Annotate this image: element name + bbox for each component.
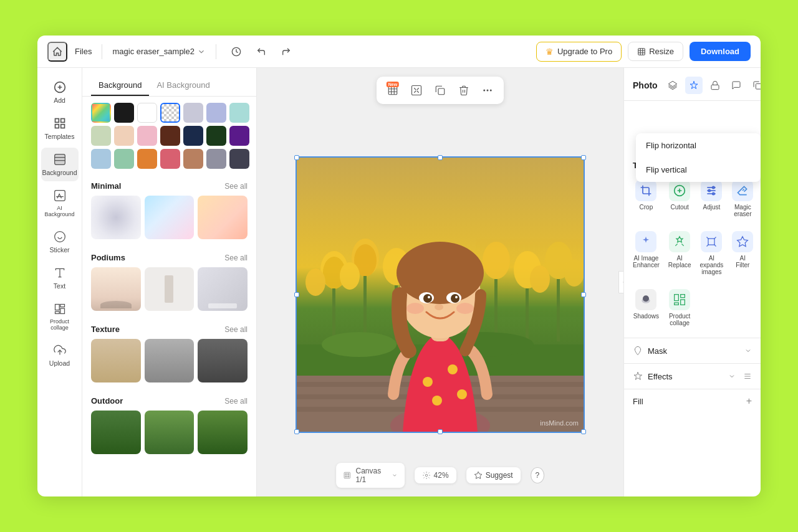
tool-adjust[interactable]: Adjust: [698, 175, 726, 222]
swatch-gray[interactable]: [183, 103, 203, 123]
resize-handle-ml[interactable]: [294, 292, 299, 297]
svg-point-81: [426, 474, 428, 477]
files-link[interactable]: Files: [75, 47, 92, 56]
swatch-transparent[interactable]: [160, 103, 180, 123]
undo-button[interactable]: [251, 42, 271, 62]
swatch-white[interactable]: [137, 103, 157, 123]
minimal-grid: [82, 193, 256, 247]
upgrade-button[interactable]: ♛ Upgrade to Pro: [536, 42, 622, 62]
history-button[interactable]: [226, 42, 246, 62]
thumb-texture-3[interactable]: [198, 339, 248, 382]
delete-button[interactable]: [454, 80, 474, 100]
swatch-black[interactable]: [114, 103, 134, 123]
tool-ai-expands-images[interactable]: AI expands images: [698, 226, 726, 280]
resize-handle-tr[interactable]: [581, 155, 586, 160]
tool-cutout[interactable]: Cutout: [666, 175, 694, 222]
sidebar-item-background[interactable]: Background: [41, 148, 79, 181]
magic-edit-icon[interactable]: [685, 77, 703, 94]
swatch-navy[interactable]: [183, 126, 203, 146]
swatch-dark-green[interactable]: [206, 126, 226, 146]
image-frame[interactable]: insMind.com: [296, 156, 585, 433]
sidebar-item-templates[interactable]: Templates: [41, 112, 79, 145]
fit-screen-button[interactable]: [406, 80, 426, 100]
swatch-orange[interactable]: [137, 149, 157, 169]
effects-accordion-header[interactable]: Effects: [624, 364, 761, 389]
resize-handle-bl[interactable]: [294, 429, 299, 434]
download-button[interactable]: Download: [690, 42, 751, 61]
svg-rect-45: [557, 279, 560, 341]
thumb-podium-3[interactable]: [198, 267, 248, 311]
filename-display[interactable]: magic eraser_sample2: [112, 47, 206, 56]
swatch-rainbow[interactable]: [91, 103, 111, 123]
swatch-medium-gray[interactable]: [206, 149, 226, 169]
swatch-purple[interactable]: [229, 126, 249, 146]
more-options-button[interactable]: [478, 80, 498, 100]
swatch-blue-light[interactable]: [91, 149, 111, 169]
thumb-minimal-3[interactable]: [198, 196, 248, 239]
swatch-peach[interactable]: [114, 126, 134, 146]
panel-collapse[interactable]: [618, 271, 623, 293]
sidebar-item-ai-background[interactable]: AI Background: [41, 184, 79, 222]
tool-product-collage[interactable]: Product collage: [666, 284, 694, 331]
thumb-outdoor-1[interactable]: [91, 411, 141, 454]
swatch-tan[interactable]: [183, 149, 203, 169]
resize-button[interactable]: Resize: [628, 42, 683, 61]
thumb-minimal-1[interactable]: [91, 196, 141, 239]
thumb-outdoor-3[interactable]: [198, 411, 248, 454]
comment-icon[interactable]: [728, 77, 745, 94]
canvas-info[interactable]: Canvas 1/1: [336, 463, 405, 488]
swatch-dark-gray[interactable]: [229, 149, 249, 169]
duplicate-button[interactable]: [430, 80, 450, 100]
tab-ai-background[interactable]: AI Background: [149, 75, 217, 96]
swatch-rose[interactable]: [160, 149, 180, 169]
canvas-main: insMind.com: [257, 68, 623, 496]
swatch-mint[interactable]: [114, 149, 134, 169]
tool-crop[interactable]: Crop: [630, 175, 662, 222]
ai-expands-icon: [701, 231, 722, 252]
layers-icon[interactable]: [664, 77, 681, 94]
tool-ai-filter[interactable]: AI Filter: [729, 226, 756, 280]
flip-horizontal-item[interactable]: Flip horizontal: [636, 133, 761, 158]
tool-magic-eraser[interactable]: Magic eraser: [729, 175, 756, 222]
tool-shadows[interactable]: Shadows: [630, 284, 662, 331]
help-button[interactable]: ?: [531, 467, 544, 483]
resize-handle-br[interactable]: [581, 429, 586, 434]
sidebar-item-upload[interactable]: Upload: [41, 338, 79, 372]
swatch-lavender[interactable]: [206, 103, 226, 123]
resize-handle-tm[interactable]: [438, 155, 443, 160]
duplicate-panel-icon[interactable]: [749, 77, 761, 94]
tool-ai-image-enhancer[interactable]: AI Image Enhancer: [630, 226, 662, 280]
sidebar-item-sticker[interactable]: Sticker: [41, 225, 79, 259]
suggest-button[interactable]: Suggest: [466, 467, 521, 483]
lock-icon[interactable]: [706, 77, 724, 94]
thumb-texture-1[interactable]: [91, 339, 141, 382]
swatch-brown[interactable]: [160, 126, 180, 146]
thumb-texture-2[interactable]: [145, 339, 195, 382]
svg-rect-76: [344, 472, 350, 478]
tool-ai-replace[interactable]: AI Replace: [666, 226, 694, 280]
sidebar-item-text[interactable]: Text: [41, 261, 79, 295]
home-button[interactable]: [47, 42, 67, 62]
thumb-podium-1[interactable]: [91, 267, 141, 311]
fill-add-button[interactable]: +: [746, 396, 752, 407]
thumb-outdoor-2[interactable]: [145, 411, 195, 454]
swatch-sage[interactable]: [91, 126, 111, 146]
tab-background[interactable]: Background: [91, 75, 149, 96]
redo-button[interactable]: [276, 42, 296, 62]
resize-handle-mr[interactable]: [581, 292, 586, 297]
swatch-teal-light[interactable]: [229, 103, 249, 123]
swatch-pink[interactable]: [137, 126, 157, 146]
svg-rect-79: [345, 476, 347, 477]
svg-point-62: [432, 396, 442, 406]
mask-accordion-header[interactable]: Mask: [624, 338, 761, 363]
thumb-podium-2[interactable]: [145, 267, 195, 311]
sidebar-item-add[interactable]: Add: [41, 75, 79, 109]
main-area: Add Templates Background AI Background: [37, 68, 761, 496]
sidebar-item-product-collage[interactable]: Product collage: [41, 297, 79, 336]
thumb-minimal-2[interactable]: [145, 196, 195, 239]
magic-expand-button[interactable]: New: [383, 80, 403, 100]
flip-vertical-item[interactable]: Flip vertical: [636, 158, 761, 182]
svg-marker-82: [668, 81, 676, 87]
resize-handle-tl[interactable]: [294, 155, 299, 160]
resize-handle-bm[interactable]: [438, 429, 443, 434]
